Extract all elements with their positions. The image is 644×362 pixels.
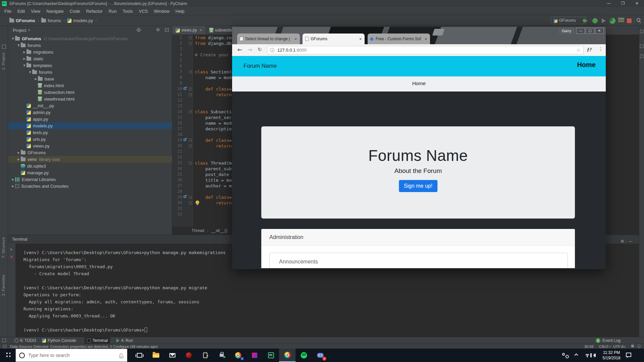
coverage-button[interactable] [601,18,607,24]
new-session-icon[interactable]: + [10,246,13,252]
announcements-item[interactable]: Announcements [269,253,568,268]
tree-item-gforums[interactable]: ▶GForums [8,149,172,156]
site-brand[interactable]: Forum Name [244,63,277,69]
tree-item-migrations[interactable]: ▶migrations [8,49,172,55]
volume-icon[interactable] [593,353,596,357]
tree-item-urls-py[interactable]: urls.py [8,136,172,142]
address-bar[interactable]: i 127.0.0.1:8000 ☆ [267,46,584,54]
people-icon[interactable] [562,353,565,356]
tree-item-apps-py[interactable]: apps.py [8,116,172,122]
spotify-icon[interactable] [296,349,312,362]
tree-item-manage-py[interactable]: manage.py [8,169,172,176]
fold-marker-icon[interactable] [189,42,192,45]
back-icon[interactable]: ← [237,46,242,53]
menu-item-view[interactable]: View [28,7,43,15]
tool-tab-favorites[interactable]: 2: Favorites [1,275,5,296]
override-marker-icon[interactable] [183,87,186,90]
close-icon[interactable]: ✕ [200,28,202,32]
tree-item-index-html[interactable]: index.html [8,82,172,89]
menu-item-code[interactable]: Code [67,7,83,15]
wifi-icon[interactable] [584,353,590,357]
pycharm-icon[interactable]: PC [263,349,279,362]
menu-item-edit[interactable]: Edit [14,7,28,15]
signup-button[interactable]: Sign me up! [399,180,437,192]
nav-home-link[interactable]: Home [577,61,596,69]
red-app-icon[interactable] [180,349,197,362]
chevron-right-icon[interactable]: ▶ [22,57,26,60]
tree-item-forums[interactable]: ▼forums [8,69,172,75]
browser-tab-3[interactable]: Free - Custom Forms Sof✕ [368,34,430,44]
tool-window-button-python-console[interactable]: Python Console [40,337,78,344]
tree-item-models-py[interactable]: models.py [8,122,172,129]
reload-icon[interactable]: ↻ [258,47,262,53]
right-tool-icon-1[interactable] [640,30,643,33]
minimize-icon[interactable]: — [576,28,585,34]
tree-item--init-py[interactable]: __init__.py [8,102,172,109]
fold-marker-icon[interactable] [189,139,192,142]
caret-position[interactable]: 30:58 [584,344,594,349]
chrome-search-icon[interactable] [230,349,246,362]
menu-item-window[interactable]: Window [151,7,172,15]
tool-window-button-terminal[interactable]: Terminal [85,337,110,344]
tool-tab-structure[interactable]: 7: Structure [1,237,5,258]
chevron-right-icon[interactable]: ▶ [11,185,15,188]
forward-icon[interactable]: → [248,46,252,53]
chrome-icon[interactable] [279,349,296,362]
override-marker-icon[interactable] [183,195,186,198]
url-text[interactable]: 127.0.0.1:8000 [277,48,307,53]
menu-item-vcs[interactable]: VCS [136,7,151,15]
chevron-right-icon[interactable]: ▶ [16,158,21,161]
tool-window-switcher-icon[interactable] [2,339,6,342]
menu-item-navigate[interactable]: Navigate [43,7,66,15]
tree-item-venv[interactable]: ▶venvlibrary root [8,156,172,163]
close-icon[interactable]: ✕ [359,37,362,41]
gear-icon[interactable]: ⚙ [156,27,160,32]
device-app-icon[interactable] [197,349,213,362]
run-button[interactable] [583,18,589,24]
mail-icon[interactable] [164,349,180,362]
menu-item-run[interactable]: Run [106,7,120,15]
browser-tab-1[interactable]: Select thread to change |✕ [237,34,300,44]
gear-icon[interactable]: ⚙ [621,237,624,246]
fold-marker-icon[interactable] [189,70,192,73]
tool-window-icon[interactable] [2,45,6,49]
file-explorer-icon[interactable] [148,349,164,362]
chevron-down-icon[interactable]: ▼ [22,64,26,67]
microphone-icon[interactable] [120,353,122,357]
site-info-icon[interactable]: i [270,48,274,52]
taskbar-search[interactable] [15,349,127,362]
fold-marker-icon[interactable] [189,144,192,147]
right-tool-icon-2[interactable] [640,45,643,48]
close-icon[interactable]: ✕ [294,37,297,41]
tree-item-base[interactable]: ▶base [8,75,172,82]
chevron-down-icon[interactable]: ▼ [16,44,21,47]
menu-item-file[interactable]: File [1,7,14,15]
bookmark-star-icon[interactable]: ☆ [576,47,581,53]
chevron-right-icon[interactable]: ▶ [34,77,38,80]
close-icon[interactable]: ✕ [425,37,427,41]
close-session-icon[interactable]: ✕ [10,254,13,259]
discord-icon[interactable]: 1 [312,349,328,362]
hidden-icons-chevron[interactable] [574,353,578,357]
menu-item-refactor[interactable]: Refactor [83,7,106,15]
lock-icon[interactable] [631,345,634,347]
fold-marker-icon[interactable] [189,162,192,165]
profiler-button[interactable] [609,18,615,24]
maximize-icon[interactable]: ❐ [616,0,630,7]
chevron-right-icon[interactable]: ▶ [11,178,15,181]
editor-tab-views-py[interactable]: views.py✕ [172,26,206,35]
run-with-options-button[interactable] [618,18,624,24]
tree-item-admin-py[interactable]: admin.py [8,109,172,116]
secure-app-icon[interactable] [213,349,230,362]
start-button[interactable] [0,349,15,362]
fold-marker-icon[interactable] [189,196,192,199]
subnav-home-link[interactable]: Home [232,80,606,86]
chevron-down-icon[interactable]: ▼ [11,37,15,40]
tree-item-subsection-html[interactable]: subsection.html [8,89,172,96]
tree-item-db-sqlite3[interactable]: db.sqlite3 [8,163,172,169]
maximize-icon[interactable]: □ [586,28,594,34]
chevron-right-icon[interactable]: ▶ [22,51,26,54]
tree-item-gforums[interactable]: ▼GForumsC:\Users\hacker\Desktop\Forums\G… [8,35,172,42]
tree-item-forums[interactable]: ▼forums [8,42,172,49]
tree-item-tests-py[interactable]: tests.py [8,129,172,136]
